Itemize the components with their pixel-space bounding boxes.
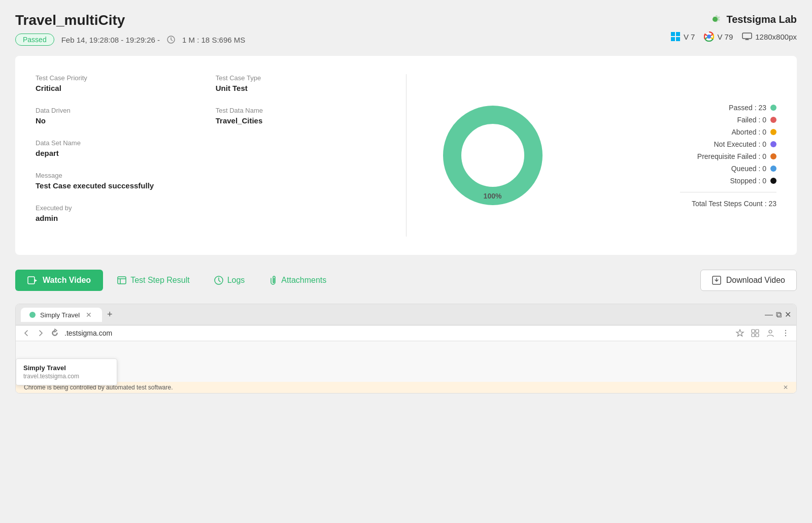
refresh-icon[interactable]	[50, 329, 59, 338]
close-window-button[interactable]: ✕	[785, 310, 791, 319]
svg-point-9	[462, 125, 523, 186]
queued-dot	[770, 166, 776, 172]
svg-rect-11	[118, 277, 126, 284]
action-tabs: Watch Video Test Step Result Logs	[15, 269, 336, 291]
header-left: Travel_multiCity Passed Feb 14, 19:28:08…	[15, 12, 245, 46]
svg-rect-10	[28, 277, 35, 284]
browser-tab[interactable]: Simply Travel ✕	[21, 308, 102, 322]
tab-close-icon[interactable]: ✕	[86, 311, 92, 319]
action-bar: Watch Video Test Step Result Logs	[15, 269, 797, 291]
not-executed-dot	[770, 141, 776, 147]
legend-passed: Passed : 23	[680, 104, 776, 112]
header-right: Testsigma Lab V 7	[670, 12, 797, 42]
executed-by-row: Executed by admin	[36, 204, 376, 222]
star-icon[interactable]	[735, 329, 745, 338]
type-label: Test Case Type	[216, 74, 376, 82]
total-steps: Total Test Steps Count : 23	[680, 200, 776, 208]
browser-content-area: Simply Travel travel.testsigma.com	[16, 341, 796, 382]
type-value: Unit Test	[216, 84, 376, 92]
browser-automation-bar: Chrome is being controlled by automated …	[16, 382, 796, 393]
dismiss-automation-notice[interactable]: ✕	[783, 384, 788, 391]
new-tab-button[interactable]: +	[103, 307, 117, 322]
dataset-label: Data Set Name	[36, 139, 195, 147]
profile-icon[interactable]	[766, 329, 775, 338]
stopped-label: Stopped : 0	[730, 177, 766, 185]
data-driven-label: Data Driven	[36, 107, 195, 114]
svg-rect-7	[742, 33, 752, 39]
resolution-info: 1280x800px	[742, 32, 797, 41]
browser-address-bar	[16, 325, 796, 341]
info-grid: Test Case Priority Critical Test Case Ty…	[36, 74, 376, 172]
legend-not-executed: Not Executed : 0	[680, 140, 776, 148]
priority-value: Critical	[36, 84, 195, 92]
svg-rect-17	[752, 334, 755, 337]
gear-icon	[708, 12, 722, 26]
svg-rect-18	[756, 334, 759, 337]
video-icon	[27, 276, 38, 284]
status-badge: Passed	[15, 34, 54, 46]
os-version: V 7	[684, 32, 695, 41]
chart-legend: Passed : 23 Failed : 0 Aborted : 0 Not E…	[680, 104, 776, 208]
watch-video-button[interactable]: Watch Video	[15, 270, 103, 291]
lab-title: Testsigma Lab	[708, 12, 797, 26]
download-video-label: Download Video	[726, 276, 785, 285]
monitor-icon	[742, 32, 752, 41]
extension-icon[interactable]	[751, 329, 760, 338]
back-icon[interactable]	[22, 329, 31, 338]
test-step-result-button[interactable]: Test Step Result	[107, 270, 200, 291]
data-driven-value: No	[36, 116, 195, 125]
card-left: Test Case Priority Critical Test Case Ty…	[36, 74, 407, 237]
page-header: Travel_multiCity Passed Feb 14, 19:28:08…	[15, 12, 797, 46]
windows-icon	[670, 31, 681, 42]
logs-label: Logs	[227, 276, 245, 285]
header-meta: Passed Feb 14, 19:28:08 - 19:29:26 - 1 M…	[15, 34, 245, 46]
passed-dot	[770, 105, 776, 111]
svg-point-22	[785, 335, 786, 336]
svg-point-20	[785, 330, 786, 331]
test-data-name-row: Test Data Name Travel_Cities	[216, 107, 376, 125]
aborted-label: Aborted : 0	[732, 128, 767, 136]
logs-icon	[214, 276, 223, 285]
failed-label: Failed : 0	[737, 116, 766, 124]
logs-button[interactable]: Logs	[204, 270, 255, 291]
address-input[interactable]	[64, 329, 730, 337]
card-right: 100% Passed : 23 Failed : 0 Aborted : 0 …	[407, 74, 777, 237]
restore-button[interactable]: ⧉	[776, 310, 782, 319]
dataset-row: Data Set Name depart	[36, 139, 195, 157]
browser-version: V 79	[717, 32, 733, 41]
lab-info: V 7 V 79	[670, 31, 797, 42]
test-data-name-label: Test Data Name	[216, 107, 376, 114]
minimize-button[interactable]: —	[765, 310, 773, 319]
aborted-dot	[770, 129, 776, 135]
duration: 1 M : 18 S:696 MS	[182, 36, 245, 44]
data-driven-row: Data Driven No	[36, 107, 195, 125]
message-label: Message	[36, 172, 376, 179]
address-icons	[735, 329, 790, 338]
main-card: Test Case Priority Critical Test Case Ty…	[15, 56, 797, 255]
executed-by-label: Executed by	[36, 204, 376, 212]
clock-icon	[167, 36, 175, 44]
legend-queued: Queued : 0	[680, 165, 776, 173]
svg-rect-1	[671, 32, 675, 36]
forward-icon[interactable]	[36, 329, 45, 338]
os-info: V 7	[670, 31, 695, 42]
chrome-icon	[704, 31, 714, 42]
message-row: Message Test Case executed successfully	[36, 172, 376, 190]
donut-chart: 100%	[437, 100, 549, 211]
svg-point-6	[707, 35, 711, 39]
screen-resolution: 1280x800px	[755, 32, 797, 41]
download-video-button[interactable]: Download Video	[700, 270, 797, 291]
attachments-label: Attachments	[281, 276, 326, 285]
svg-point-14	[29, 312, 36, 318]
stopped-dot	[770, 178, 776, 184]
passed-label: Passed : 23	[729, 104, 766, 112]
message-value: Test Case executed successfully	[36, 181, 376, 190]
menu-icon[interactable]	[781, 329, 790, 338]
queued-label: Queued : 0	[731, 165, 766, 173]
download-icon	[712, 276, 721, 285]
attachments-button[interactable]: Attachments	[259, 269, 336, 291]
executed-by-value: admin	[36, 214, 376, 222]
svg-rect-15	[752, 330, 755, 333]
page-title: Travel_multiCity	[15, 12, 245, 28]
svg-point-21	[785, 333, 786, 334]
